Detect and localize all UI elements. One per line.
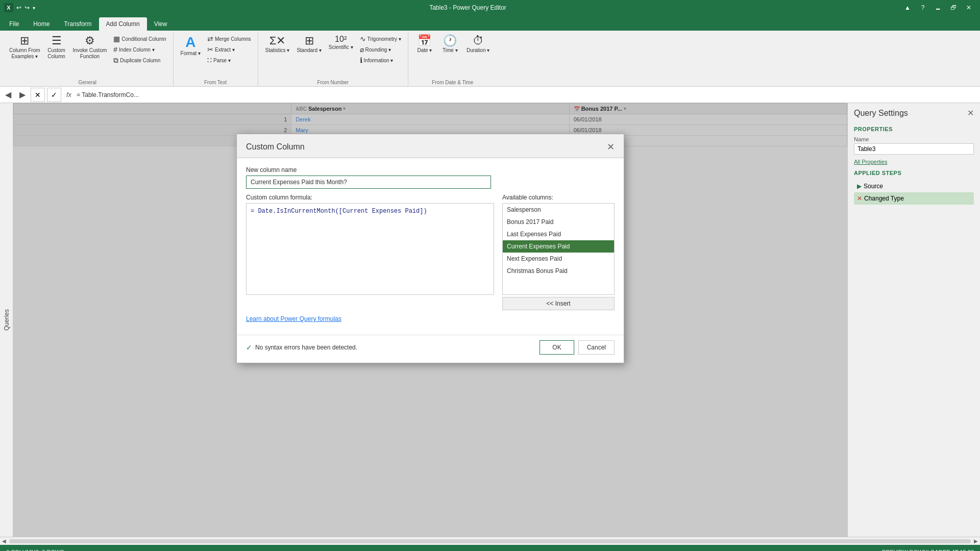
standard-btn[interactable]: ⊞ Standard ▾ bbox=[293, 34, 324, 55]
settings-header: Query Settings ✕ bbox=[848, 103, 980, 123]
scroll-track[interactable] bbox=[9, 539, 971, 543]
properties-section-title: PROPERTIES bbox=[848, 123, 980, 134]
nav-right-btn[interactable]: ▶ bbox=[16, 89, 29, 101]
column-from-examples-btn[interactable]: ⊞ Column FromExamples ▾ bbox=[6, 34, 43, 61]
tab-transform[interactable]: Transform bbox=[57, 17, 99, 31]
formula-section: Custom column formula: = Date.IsInCurren… bbox=[246, 194, 494, 310]
ribbon-group-from-number: Σ✕ Statistics ▾ ⊞ Standard ▾ 10² Scienti… bbox=[258, 33, 408, 86]
step-changed-type-label: Changed Type bbox=[864, 195, 904, 202]
queries-panel[interactable]: Queries bbox=[0, 103, 13, 537]
parse-btn[interactable]: ∷ Parse ▾ bbox=[205, 55, 254, 65]
time-btn[interactable]: 🕐 Time ▾ bbox=[438, 34, 462, 55]
dialog-buttons: OK Cancel bbox=[540, 340, 615, 355]
dialog-overlay: Custom Column ✕ New column name Custom c… bbox=[13, 103, 847, 537]
standard-icon: ⊞ bbox=[305, 35, 314, 46]
query-settings-panel: Query Settings ✕ PROPERTIES Name All Pro… bbox=[847, 103, 980, 537]
ok-button[interactable]: OK bbox=[540, 340, 574, 355]
cancel-button[interactable]: Cancel bbox=[578, 340, 615, 355]
main-layout: Queries ABC Salesperson ▾ 📅 bbox=[0, 103, 980, 537]
dialog-main-row: Custom column formula: = Date.IsInCurren… bbox=[246, 194, 615, 310]
step-error-icon: ✕ bbox=[857, 195, 862, 202]
statistics-btn[interactable]: Σ✕ Statistics ▾ bbox=[262, 34, 293, 55]
dialog-status: ✓ No syntax errors have been detected. bbox=[246, 343, 357, 352]
tab-view[interactable]: View bbox=[147, 17, 175, 31]
conditional-column-btn[interactable]: ▦ Conditional Column bbox=[111, 34, 168, 44]
quick-access-undo[interactable]: ↩ bbox=[16, 4, 21, 11]
extract-btn[interactable]: ✂ Extract ▾ bbox=[205, 44, 254, 55]
dialog-footer: ✓ No syntax errors have been detected. O… bbox=[237, 335, 624, 363]
ribbon-collapse-btn[interactable]: ▲ bbox=[900, 1, 915, 15]
confirm-formula-btn[interactable]: ✓ bbox=[47, 88, 61, 102]
tab-add-column[interactable]: Add Column bbox=[99, 17, 147, 31]
applied-steps-title: APPLIED STEPS bbox=[848, 167, 980, 178]
settings-close-btn[interactable]: ✕ bbox=[967, 108, 974, 118]
formula-label: Custom column formula: bbox=[246, 194, 494, 201]
ribbon-group-from-text: A Format ▾ ⇄ Merge Columns ✂ Extract ▾ ∷… bbox=[174, 33, 258, 86]
col-item-next-expenses[interactable]: Next Expenses Paid bbox=[503, 253, 614, 265]
col-item-current-expenses[interactable]: Current Expenses Paid bbox=[503, 240, 614, 253]
rounding-btn[interactable]: ⌀ Rounding ▾ bbox=[357, 44, 404, 55]
close-btn[interactable]: ✕ bbox=[962, 1, 976, 15]
col-item-salesperson[interactable]: Salesperson bbox=[503, 204, 614, 216]
conditional-column-icon: ▦ bbox=[113, 35, 120, 43]
dialog-body: New column name Custom column formula: =… bbox=[237, 158, 624, 331]
from-number-small: ∿ Trigonometry ▾ ⌀ Rounding ▾ ℹ Informat… bbox=[357, 34, 404, 65]
invoke-function-icon: ⚙ bbox=[85, 35, 95, 46]
insert-btn[interactable]: << Insert bbox=[502, 297, 615, 310]
format-btn[interactable]: A Format ▾ bbox=[178, 34, 204, 58]
col-item-last-expenses[interactable]: Last Expenses Paid bbox=[503, 228, 614, 240]
step-changed-type[interactable]: ✕ Changed Type bbox=[854, 192, 974, 205]
column-name-input[interactable] bbox=[246, 176, 491, 189]
index-column-btn[interactable]: # Index Column ▾ bbox=[111, 44, 168, 55]
statistics-icon: Σ✕ bbox=[270, 35, 286, 46]
scientific-btn[interactable]: 10² Scientific ▾ bbox=[326, 34, 356, 52]
step-source-label: Source bbox=[864, 183, 883, 190]
formula-input[interactable] bbox=[77, 91, 978, 98]
custom-column-btn[interactable]: ☰ CustomColumn bbox=[44, 34, 69, 61]
minimize-btn[interactable]: 🗕 bbox=[931, 1, 945, 15]
title-bar: X ↩ ↪ ▾ Table3 - Power Query Editor ▲ ? … bbox=[0, 0, 980, 15]
rounding-icon: ⌀ bbox=[360, 45, 364, 54]
general-group-label: General bbox=[78, 79, 96, 85]
duplicate-column-btn[interactable]: ⧉ Duplicate Column bbox=[111, 55, 168, 66]
fx-label: fx bbox=[63, 91, 75, 98]
status-check-icon: ✓ bbox=[246, 343, 252, 352]
step-source-icon: ▶ bbox=[857, 183, 862, 190]
scroll-right-btn[interactable]: ▶ bbox=[972, 537, 980, 545]
general-buttons: ⊞ Column FromExamples ▾ ☰ CustomColumn ⚙… bbox=[6, 34, 169, 79]
date-btn[interactable]: 📅 Date ▾ bbox=[412, 34, 437, 55]
duration-icon: ⏱ bbox=[473, 35, 484, 46]
all-properties-link[interactable]: All Properties bbox=[848, 157, 980, 167]
trigonometry-icon: ∿ bbox=[360, 35, 366, 43]
col-item-christmas-bonus[interactable]: Christmas Bonus Paid bbox=[503, 265, 614, 277]
maximize-btn[interactable]: 🗗 bbox=[946, 1, 961, 15]
col-item-bonus2017[interactable]: Bonus 2017 Paid bbox=[503, 216, 614, 228]
tab-file[interactable]: File bbox=[2, 17, 26, 31]
horizontal-scrollbar: ◀ ▶ bbox=[0, 537, 980, 545]
custom-column-icon: ☰ bbox=[52, 35, 62, 46]
duration-btn[interactable]: ⏱ Duration ▾ bbox=[463, 34, 493, 55]
format-icon: A bbox=[185, 35, 195, 49]
name-label: Name bbox=[854, 136, 974, 142]
help-btn[interactable]: ? bbox=[916, 1, 930, 15]
merge-columns-btn[interactable]: ⇄ Merge Columns bbox=[205, 34, 254, 44]
column-from-examples-icon: ⊞ bbox=[20, 35, 29, 46]
invoke-custom-function-btn[interactable]: ⚙ Invoke CustomFunction bbox=[70, 34, 110, 61]
extract-icon: ✂ bbox=[207, 45, 213, 54]
learn-link[interactable]: Learn about Power Query formulas bbox=[246, 315, 615, 322]
formula-textarea[interactable]: = Date.IsInCurrentMonth([Current Expense… bbox=[246, 203, 494, 295]
formula-bar: ◀ ▶ ✕ ✓ fx bbox=[0, 87, 980, 103]
dialog-close-btn[interactable]: ✕ bbox=[607, 141, 615, 153]
tab-home[interactable]: Home bbox=[26, 17, 57, 31]
cancel-formula-btn[interactable]: ✕ bbox=[31, 88, 45, 102]
name-input[interactable] bbox=[854, 143, 974, 155]
information-btn[interactable]: ℹ Information ▾ bbox=[357, 55, 404, 65]
queries-label: Queries bbox=[3, 309, 10, 331]
trigonometry-btn[interactable]: ∿ Trigonometry ▾ bbox=[357, 34, 404, 44]
quick-access-redo[interactable]: ↪ bbox=[24, 4, 30, 11]
nav-left-btn[interactable]: ◀ bbox=[2, 89, 14, 101]
step-source[interactable]: ▶ Source bbox=[854, 180, 974, 192]
index-column-icon: # bbox=[113, 45, 117, 54]
scroll-left-btn[interactable]: ◀ bbox=[0, 537, 8, 545]
date-icon: 📅 bbox=[418, 35, 431, 46]
